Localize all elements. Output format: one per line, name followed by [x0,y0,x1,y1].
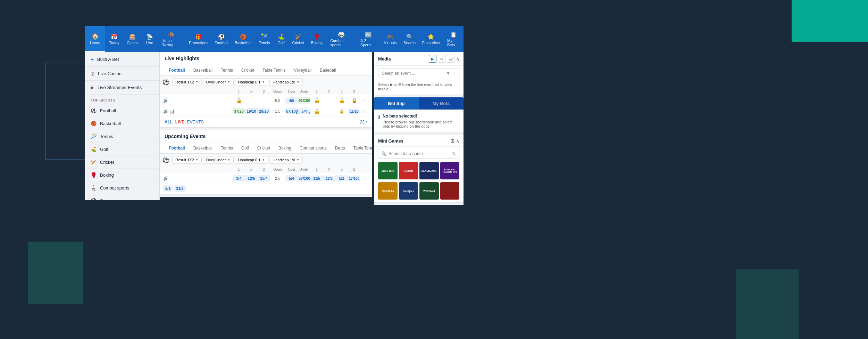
ue-tab-golf[interactable]: Golf [237,143,253,154]
betslip-tab-bet-slip[interactable]: Bet Slip [374,97,419,110]
slots1-amount: £65,086.24 [381,189,394,193]
lh-tab-cricket[interactable]: Cricket [237,65,258,76]
nav-item-my-bets[interactable]: 📋 My Bets [443,26,464,52]
game-thumb-slots2[interactable]: Blackjack [399,182,418,200]
sidebar-item-boxing[interactable]: 🥊 Boxing [85,169,159,181]
urow1-col2[interactable]: 15/4 [258,175,270,181]
nav-item-golf[interactable]: ⛳ Golf [274,26,289,52]
ue-tab-darts[interactable]: Darts [331,143,349,154]
nav-item-cricket[interactable]: 🏏 Cricket [289,26,308,52]
urow1-hcol1[interactable]: 11/5 [310,176,323,181]
nav-item-horse-racing[interactable]: 🏇 Horse Racing [157,26,186,52]
urow1-colx[interactable]: 12/5 [245,175,258,181]
all-live-events-bar[interactable]: ALL LIVE EVENTS 22 › [160,117,372,127]
sidebar-item-snooker[interactable]: 🎱 Snooker [85,194,159,200]
ue-filter-handicap01[interactable]: Handicap 0:1 ▼ [235,156,268,164]
game-thumb-blackjack[interactable]: Black Jack [378,162,398,179]
mini-games-search-input[interactable] [389,151,450,156]
ue-tab-combat-sports[interactable]: Combat sports [295,143,331,154]
nav-item-football[interactable]: ⚽ Football [211,26,232,52]
game-thumb-slots1[interactable]: £65,086.24 [378,182,398,200]
live-casino-link[interactable]: ◎ Live Casino [85,67,159,81]
lh-tab-football[interactable]: Football [165,65,189,76]
lh-filter-result[interactable]: Result 1X2 ▼ [172,78,202,86]
ue-tab-boxing[interactable]: Boxing [274,143,295,154]
nav-item-casino[interactable]: 🎰 Casino [123,26,142,52]
betslip-tab-my-bets[interactable]: My Bets [419,97,464,110]
nav-item-combat-sports[interactable]: 🥋 Combat sports [326,26,356,52]
urow1-col1[interactable]: 3/4 [233,175,245,181]
ue-filter-over-under[interactable]: Over/Under ▼ [203,156,234,164]
row2-over[interactable]: 57/100▲ [285,108,298,114]
urow1-star[interactable]: ☆ [360,176,369,181]
media-video-icon-btn[interactable]: ▶ [429,55,436,63]
sidebar-item-combat-sports[interactable]: 🥋 Combat sports [85,181,159,194]
sort-icon[interactable]: ⇅ [452,151,456,156]
nav-item-home[interactable]: 🏠 Home [85,26,105,52]
ue-tab-cricket[interactable]: Cricket [253,143,274,154]
ue-filter-handicap10[interactable]: Handicap 1:0 ▼ [269,156,303,164]
my-bets-nav-icon: 📋 [450,31,457,38]
urow1-hcol2[interactable]: 1/1 [335,175,348,181]
row2-under[interactable]: 5/4▼ [298,108,310,114]
row1-star[interactable]: ☆ [360,98,369,103]
game-thumb-blackjack2[interactable]: BLACKJACK [419,162,439,179]
lh-tab-basketball[interactable]: Basketball [189,65,217,76]
ue-tab-table-tennis[interactable]: Table Tennis [349,143,373,154]
build-a-bet-link[interactable]: + Build A Bet [85,52,159,67]
media-stats-icon-btn[interactable]: ⊞ [438,55,445,63]
row2-col1[interactable]: 37/20 [233,108,245,114]
ue-tab-football[interactable]: Football [165,143,189,154]
lh-filter-handicap10[interactable]: Handicap 1:0 ▼ [269,78,303,86]
nav-item-virtuals[interactable]: 🎮 Virtuals [381,26,400,52]
nav-item-search[interactable]: 🔍 Search [400,26,419,52]
media-chart-icon-btn[interactable]: 📊 [447,55,454,63]
nav-item-today[interactable]: 📅 Today [105,26,123,52]
sidebar-item-basketball[interactable]: 🏀 Basketball [85,117,159,130]
ue-tab-basketball[interactable]: Basketball [189,143,217,154]
mini-games-filter-icon[interactable]: ⊞ [450,138,454,144]
row1-over[interactable]: 4/5 [285,97,298,104]
lh-tab-volleyball[interactable]: Volleyball [290,65,316,76]
th-colx: X [245,90,258,94]
urow1-over[interactable]: 5/4 [285,175,298,181]
nav-item-favourites[interactable]: ⭐ Favourites [419,26,443,52]
ue-filter-result[interactable]: Result 1X2 ▼ [172,156,202,164]
sidebar-item-cricket[interactable]: 🏏 Cricket [85,156,159,169]
event-select-dropdown[interactable]: Select an event ... ▼ ☆ [378,68,459,78]
live-streamed-link[interactable]: ▶ Live Streamed Events [85,81,159,95]
nav-item-basketball[interactable]: 🏀 Basketball [232,26,256,52]
lh-filter-over-under[interactable]: Over/Under ▼ [203,78,234,86]
game-thumb-euro-roulette[interactable]: European Roulette Pro [440,162,460,179]
nav-item-live[interactable]: 📡 Live [142,26,157,52]
urow1-under[interactable]: 57/100 [298,175,310,181]
ue-tab-tennis[interactable]: Tennis [217,143,237,154]
urow1-hcolx[interactable]: 12/5 [323,176,335,181]
nav-item-az-sports[interactable]: 🔤 A-Z Sports [356,26,381,52]
sidebar-item-football[interactable]: ⚽ Football [85,104,159,117]
sidebar-item-golf[interactable]: ⛳ Golf [85,143,159,156]
lh-tab-baseball[interactable]: Baseball [316,65,340,76]
row2-col2[interactable]: 29/20 [258,108,270,114]
row1-under[interactable]: 91/100 [298,97,310,104]
virtuals-nav-icon: 🎮 [387,33,394,40]
lh-tab-tennis[interactable]: Tennis [217,65,237,76]
cricket-icon: 🏏 [91,159,97,165]
game-thumb-wolf-gold[interactable]: Wolf Gold [419,182,439,200]
nav-item-tennis[interactable]: 🎾 Tennis [256,26,274,52]
sidebar-item-tennis[interactable]: 🎾 Tennis [85,130,159,143]
row2-h2col1[interactable]: 12/25 [348,108,360,114]
mini-games-collapse-icon[interactable]: ∧ [456,138,459,144]
row2-colx[interactable]: 19/10 [245,108,258,114]
nav-item-promotions[interactable]: 🎁 Promotions [186,26,211,52]
nav-item-boxing[interactable]: 🥊 Boxing [308,26,326,52]
game-thumb-roulette[interactable]: Roulette [399,162,418,179]
lh-filter-handicap01[interactable]: Handicap 0:1 ▼ [235,78,268,86]
row2-star[interactable]: ☆ [360,108,369,114]
urow1-h2col1[interactable]: 17/100 [348,176,360,181]
lh-tab-table-tennis[interactable]: Table Tennis [258,65,290,76]
live-highlights-title: Live Highlights [165,56,199,61]
filter-handicap10-arrow: ▼ [297,80,300,84]
game-thumb-slots3[interactable] [440,182,460,200]
media-collapse-icon[interactable]: ∧ [456,56,459,62]
